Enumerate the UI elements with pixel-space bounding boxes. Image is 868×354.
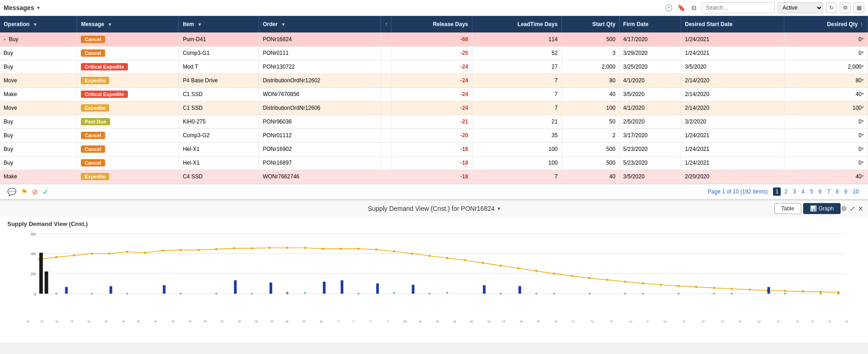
message-badge: Expedite bbox=[81, 104, 109, 112]
check-action-icon[interactable]: ✓ bbox=[42, 188, 48, 196]
release-days-value: -18 bbox=[460, 160, 468, 166]
col-order[interactable]: Order ▼ bbox=[259, 16, 381, 32]
row-expand-icon[interactable]: ▾ bbox=[862, 77, 864, 82]
svg-point-60 bbox=[429, 293, 430, 295]
settings-button[interactable]: ⚙ bbox=[840, 2, 851, 13]
page-link-2[interactable]: 2 bbox=[783, 188, 789, 196]
col-start-qty[interactable]: Start Qty bbox=[561, 16, 619, 32]
svg-point-69 bbox=[713, 293, 715, 295]
svg-point-64 bbox=[553, 293, 555, 295]
table-row[interactable]: Make Expedite C4 SSD WONr7662746 -18 7 4… bbox=[0, 170, 868, 183]
cell-order: PONr16902 bbox=[259, 142, 381, 156]
release-days-value: -24 bbox=[460, 64, 468, 70]
row-expand-icon[interactable]: ▾ bbox=[862, 36, 864, 41]
table-row[interactable]: Move Expedite C1 SSD DistributionOrdNr12… bbox=[0, 101, 868, 115]
supply-demand-chart: 6K 4K 2K 0 bbox=[7, 229, 861, 311]
svg-point-47 bbox=[802, 290, 804, 292]
svg-point-31 bbox=[517, 267, 519, 269]
table-row[interactable]: Make Critical Expedite C1 SSD WONr767085… bbox=[0, 87, 868, 101]
svg-point-7 bbox=[90, 252, 93, 255]
copy-icon[interactable]: ⧉ bbox=[689, 3, 699, 13]
refresh-button[interactable]: ↻ bbox=[826, 2, 837, 13]
flag-action-icon[interactable]: ⚑ bbox=[21, 188, 27, 196]
sd-chevron-icon[interactable]: ▾ bbox=[498, 205, 500, 212]
page-link-10[interactable]: 10 bbox=[851, 188, 861, 196]
row-expand-icon[interactable]: ▾ bbox=[862, 105, 864, 110]
page-link-4[interactable]: 4 bbox=[800, 188, 807, 196]
cell-desired-qty: 40 ▾ bbox=[784, 170, 868, 183]
table-row[interactable]: Buy Cancel Hel-X1 PONr16897 -18 100 500 … bbox=[0, 156, 868, 170]
row-expand-icon[interactable]: ▾ bbox=[862, 146, 864, 151]
cell-start-qty: 500 bbox=[561, 142, 619, 156]
table-row[interactable]: Buy Cancel Hel-X1 PONr16902 -18 100 500 … bbox=[0, 142, 868, 156]
col-desired-start-date[interactable]: Desired Start Date bbox=[681, 16, 784, 32]
cell-desired-start: 2/14/2020 bbox=[681, 87, 784, 101]
table-row[interactable]: Buy Past Due KiH0-275 PONr96036 -21 21 5… bbox=[0, 115, 868, 129]
table-row[interactable]: ▪ Buy Cancel Pum-D41 PONr16824 -68 114 5… bbox=[0, 32, 868, 46]
svg-point-22 bbox=[357, 247, 360, 250]
page-link-9[interactable]: 9 bbox=[842, 188, 849, 196]
row-expand-icon[interactable]: ▾ bbox=[862, 132, 864, 137]
message-badge: Cancel bbox=[81, 145, 105, 153]
row-expand-icon[interactable]: ▾ bbox=[862, 160, 864, 165]
col-desired-qty[interactable]: Desired Qty ⋮ bbox=[784, 16, 868, 32]
table-row[interactable]: Move Expedite P4 Base Drive Distribution… bbox=[0, 74, 868, 87]
clock-icon[interactable]: 🕐 bbox=[663, 3, 673, 13]
col-item[interactable]: Item ▼ bbox=[179, 16, 259, 32]
page-link-1[interactable]: 1 bbox=[773, 188, 781, 196]
col-operation[interactable]: Operation ▼ bbox=[0, 16, 77, 32]
col-sort-arrow[interactable]: ↑ bbox=[381, 16, 392, 32]
cell-firm-date: 2/5/2020 bbox=[619, 115, 681, 129]
svg-point-43 bbox=[730, 287, 733, 290]
table-row[interactable]: Buy Cancel Comp3-G2 PONr01112 -20 35 2 3… bbox=[0, 129, 868, 142]
page-link-5[interactable]: 5 bbox=[808, 188, 815, 196]
bookmark-icon[interactable]: 🔖 bbox=[676, 3, 686, 13]
row-expand-icon[interactable]: ▾ bbox=[862, 118, 864, 123]
status-select[interactable]: Active Inactive All bbox=[778, 2, 823, 13]
table-row[interactable]: Buy Critical Expedite Mod T PONr130722 -… bbox=[0, 60, 868, 74]
cell-firm-date: 3/25/2020 bbox=[619, 60, 681, 74]
row-expand-icon[interactable]: ▾ bbox=[862, 91, 864, 96]
col-release-days[interactable]: Release Days bbox=[392, 16, 472, 32]
cell-leadtime-days: 7 bbox=[472, 101, 561, 115]
sd-close-icon[interactable]: ✕ bbox=[858, 205, 863, 212]
col-firm-date[interactable]: Firm Date bbox=[619, 16, 681, 32]
sd-gear-icon[interactable]: ⚙ bbox=[841, 205, 847, 212]
graph-view-button[interactable]: 📊 Graph bbox=[803, 203, 841, 214]
cell-release-days: -18 bbox=[392, 156, 472, 170]
cell-start-qty: 2 bbox=[561, 129, 619, 142]
comment-action-icon[interactable]: 💬 bbox=[7, 188, 16, 196]
row-expand-icon[interactable]: ▾ bbox=[862, 173, 864, 178]
page-link-8[interactable]: 8 bbox=[834, 188, 841, 196]
cell-firm-date: 3/5/2020 bbox=[619, 170, 681, 183]
page-link-3[interactable]: 3 bbox=[791, 188, 798, 196]
svg-point-28 bbox=[464, 259, 466, 261]
table-row[interactable]: Buy Cancel Comp3-G1 PONr0111 -25 52 3 3/… bbox=[0, 46, 868, 60]
row-expand-icon[interactable]: ▾ bbox=[862, 50, 864, 55]
svg-point-71 bbox=[784, 293, 786, 295]
cancel-action-icon[interactable]: ⊘ bbox=[32, 188, 38, 196]
message-badge: Cancel bbox=[81, 36, 105, 43]
cell-leadtime-days: 35 bbox=[472, 129, 561, 142]
col-leadtime-days[interactable]: LeadTime Days bbox=[472, 16, 561, 32]
cell-leadtime-days: 7 bbox=[472, 87, 561, 101]
cell-order: DistributionOrdNr12602 bbox=[259, 74, 381, 87]
col-message[interactable]: Message ▼ bbox=[77, 16, 179, 32]
chevron-down-icon[interactable]: ▾ bbox=[37, 5, 40, 11]
sd-expand-icon[interactable]: ⤢ bbox=[850, 205, 855, 212]
bar-blue-7 bbox=[341, 280, 344, 293]
svg-point-16 bbox=[251, 247, 253, 249]
bar-blue-12 bbox=[767, 287, 770, 294]
grid-button[interactable]: ▦ bbox=[853, 2, 864, 13]
action-icons: 💬 ⚑ ⊘ ✓ bbox=[7, 188, 48, 196]
table-view-button[interactable]: Table bbox=[774, 203, 801, 214]
search-input[interactable] bbox=[702, 2, 775, 13]
message-badge: Cancel bbox=[81, 132, 105, 139]
cell-sort bbox=[381, 156, 392, 170]
cell-sort bbox=[381, 142, 392, 156]
svg-point-18 bbox=[286, 247, 288, 249]
page-link-7[interactable]: 7 bbox=[826, 188, 832, 196]
page-link-6[interactable]: 6 bbox=[817, 188, 824, 196]
row-expand-icon[interactable]: ▾ bbox=[862, 64, 864, 69]
cell-order: PONr16824 bbox=[259, 32, 381, 46]
